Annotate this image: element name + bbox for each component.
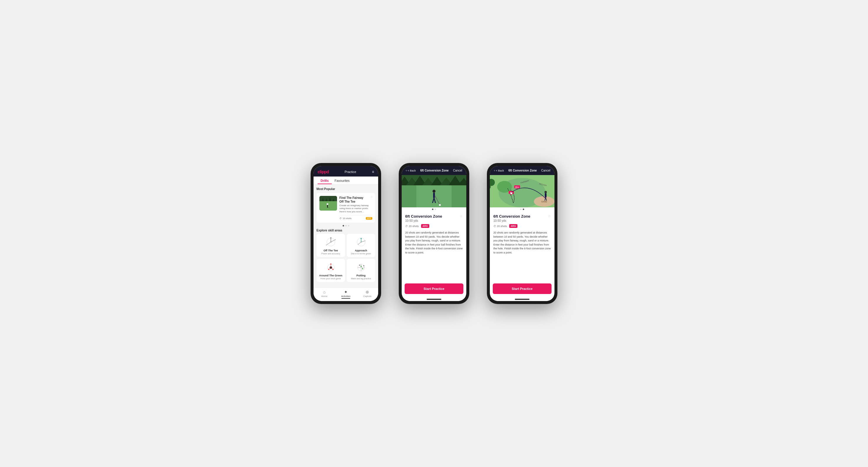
favourite-star-icon[interactable]: ☆ (460, 214, 463, 218)
phone-2: ‹ < Back 6ft Conversion Zone Cancel (399, 163, 469, 304)
clock-icon-sm: ⏱ (405, 225, 408, 228)
svg-point-75 (545, 191, 547, 193)
back-button[interactable]: ‹ < Back (406, 169, 416, 172)
image-dots-3 (490, 207, 555, 211)
phone-1-screen: clippd Practice ≡ Drills Favourites Most… (313, 166, 378, 301)
phone3-content: 6ft Conversion Zone ☆ 10-50 yds ⏱ 20 sho… (490, 211, 555, 281)
home-indicator (427, 299, 441, 300)
favourite-star-icon-3[interactable]: ☆ (548, 214, 551, 218)
svg-point-8 (327, 203, 329, 205)
most-popular-label: Most Popular (316, 188, 375, 191)
dot-1 (343, 225, 344, 227)
featured-drill-card[interactable]: Find The Fairway Off The Tee Create an i… (316, 193, 375, 223)
svg-text:Miss: Miss (515, 186, 519, 188)
svg-rect-6 (319, 201, 337, 210)
phone-1: clippd Practice ≡ Drills Favourites Most… (311, 163, 381, 304)
drill-card-body: Find The Fairway Off The Tee Create an i… (339, 196, 372, 220)
phone1-content: Most Popular (313, 185, 378, 288)
header-drill-title-3: 6ft Conversion Zone (508, 169, 537, 172)
phone-2-screen: ‹ < Back 6ft Conversion Zone Cancel (402, 166, 466, 301)
drill-meta: ⏱ 20 shots ARG (405, 224, 463, 228)
tab-drills[interactable]: Drills (318, 176, 332, 184)
capture-label: Capture (363, 295, 371, 298)
svg-point-58 (439, 204, 441, 206)
img-dot-3-2 (523, 208, 524, 210)
explore-label: Explore skill areas (316, 229, 375, 232)
tabs-bar: Drills Favourites (313, 176, 378, 185)
approach-name: Approach (349, 249, 373, 252)
phone2-header: ‹ < Back 6ft Conversion Zone Cancel (402, 166, 466, 175)
drill-card-footer: ⏱ 10 shots OTT (339, 215, 372, 220)
svg-point-39 (359, 265, 360, 266)
activities-label: Activities (341, 295, 350, 298)
category-tag: ARG (421, 224, 429, 228)
svg-text:SAND: SAND (541, 201, 547, 203)
svg-rect-76 (545, 193, 547, 197)
bottom-nav: ⌂ Home ✦ Activities ⊕ Capture (313, 288, 378, 301)
drill-description: Create an imaginary fairway using trees … (339, 204, 372, 213)
back-button-3[interactable]: ‹ < Back (494, 169, 504, 172)
favourite-icon[interactable]: ☆ (370, 195, 373, 199)
tab-favourites[interactable]: Favourites (332, 176, 352, 184)
skill-card-approach[interactable]: Approach Dial-in to hit the green (347, 234, 375, 257)
cancel-button[interactable]: Cancel (453, 169, 462, 172)
start-practice-button[interactable]: Start Practice (405, 283, 463, 294)
img-dot-3-1 (520, 208, 522, 210)
putting-name: Putting (349, 274, 373, 277)
svg-point-17 (335, 239, 336, 240)
drill-distance: 10-50 yds (405, 219, 463, 222)
img-dot-1 (432, 208, 433, 210)
menu-icon[interactable]: ≡ (372, 170, 374, 174)
golf-photo-svg (319, 196, 337, 210)
nav-underline (341, 298, 350, 299)
drill-description-text: 20 shots are randomly generated at dista… (405, 231, 463, 255)
drill-distance-3: 10-50 yds (493, 219, 551, 222)
approach-desc: Dial-in to hit the green (349, 253, 373, 255)
clippd-logo: clippd (318, 169, 329, 174)
svg-point-79 (510, 192, 512, 194)
cancel-button-3[interactable]: Cancel (541, 169, 550, 172)
drill-description-text-3: 20 shots are randomly generated at dista… (493, 231, 551, 255)
start-practice-button-3[interactable]: Start Practice (493, 283, 552, 294)
svg-line-14 (331, 240, 335, 242)
header-drill-title: 6ft Conversion Zone (420, 169, 449, 172)
svg-point-40 (363, 265, 364, 266)
atg-name: Around The Green (319, 274, 343, 277)
svg-point-37 (361, 266, 362, 267)
carousel-dots (316, 225, 375, 227)
header-title: Practice (345, 170, 356, 174)
nav-activities[interactable]: ✦ Activities (335, 290, 356, 299)
home-icon: ⌂ (323, 290, 325, 294)
ott-icon (323, 236, 338, 248)
svg-point-38 (362, 268, 363, 269)
svg-point-53 (433, 190, 435, 193)
phone3-header: ‹ < Back 6ft Conversion Zone Cancel (490, 166, 555, 175)
capture-icon: ⊕ (366, 290, 369, 294)
drill-tag: OTT (366, 217, 372, 220)
drill-map: Hit Miss FAIRWAY ROUGH SAND (490, 175, 555, 207)
shots-count-3: ⏱ 20 shots (493, 225, 507, 228)
skill-card-ott[interactable]: Off The Tee Power and accuracy (316, 234, 345, 257)
img-dot-2 (435, 208, 436, 210)
drill-name-3: 6ft Conversion Zone (493, 214, 551, 219)
skill-card-putting[interactable]: Putting Make and lag practice (347, 259, 375, 282)
phone-3: ‹ < Back 6ft Conversion Zone Cancel (487, 163, 557, 304)
ott-desc: Power and accuracy (319, 253, 343, 255)
dot-2 (345, 225, 347, 227)
home-indicator-3 (515, 299, 529, 300)
nav-capture[interactable]: ⊕ Capture (357, 290, 378, 299)
drill-header-row-3: 6ft Conversion Zone ☆ (493, 214, 551, 219)
putting-desc: Make and lag practice (349, 277, 373, 279)
activities-icon: ✦ (344, 290, 348, 294)
drill-card-image (319, 196, 337, 210)
nav-home[interactable]: ⌂ Home (313, 290, 335, 299)
svg-point-24 (358, 244, 359, 245)
phone-3-screen: ‹ < Back 6ft Conversion Zone Cancel (490, 166, 555, 301)
atg-icon (323, 261, 338, 273)
dot-3 (348, 225, 349, 227)
svg-rect-54 (433, 193, 435, 198)
home-bar (402, 296, 466, 301)
drill-name: 6ft Conversion Zone (405, 214, 463, 219)
shots-label: ⏱ 10 shots (339, 217, 351, 220)
skill-card-atg[interactable]: Around The Green Hone your short game (316, 259, 345, 282)
